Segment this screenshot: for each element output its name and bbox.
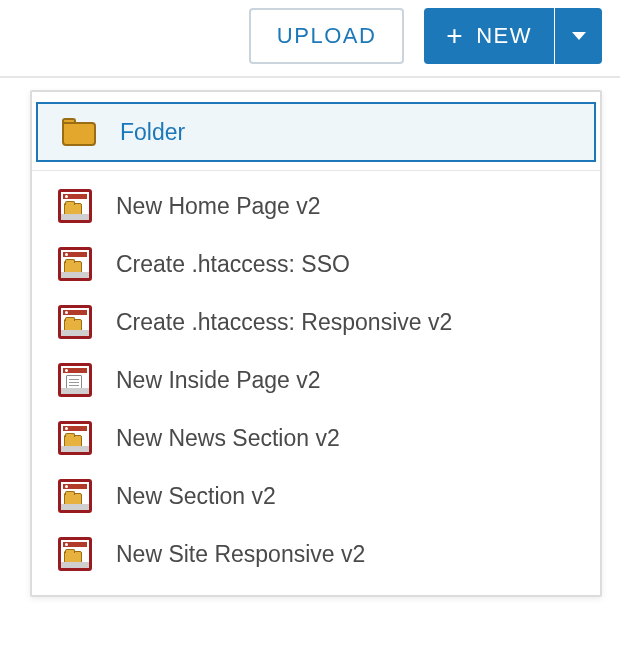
menu-item[interactable]: Create .htaccess: Responsive v2 [32, 293, 600, 351]
menu-separator [32, 170, 600, 171]
menu-item[interactable]: Create .htaccess: SSO [32, 235, 600, 293]
new-dropdown-menu: Folder New Home Page v2 Create .htaccess… [30, 90, 602, 597]
folder-icon [62, 118, 96, 146]
template-folder-icon [58, 421, 92, 455]
menu-item[interactable]: New Inside Page v2 [32, 351, 600, 409]
toolbar: UPLOAD + NEW [0, 0, 620, 78]
menu-item-label: New Inside Page v2 [116, 367, 321, 394]
menu-item-label: New Site Responsive v2 [116, 541, 365, 568]
menu-item-label: New News Section v2 [116, 425, 340, 452]
template-folder-icon [58, 537, 92, 571]
menu-item[interactable]: New Site Responsive v2 [32, 525, 600, 583]
new-dropdown-toggle[interactable] [554, 8, 602, 64]
upload-label: UPLOAD [277, 23, 376, 49]
chevron-down-icon [572, 32, 586, 40]
upload-button[interactable]: UPLOAD [249, 8, 404, 64]
template-folder-icon [58, 189, 92, 223]
new-label: NEW [476, 23, 532, 49]
template-folder-icon [58, 305, 92, 339]
template-page-icon [58, 363, 92, 397]
menu-item-label: Folder [120, 119, 185, 146]
menu-item-label: Create .htaccess: Responsive v2 [116, 309, 452, 336]
menu-item[interactable]: New News Section v2 [32, 409, 600, 467]
template-folder-icon [58, 247, 92, 281]
menu-item-label: Create .htaccess: SSO [116, 251, 350, 278]
new-button[interactable]: + NEW [424, 8, 554, 64]
menu-item-label: New Section v2 [116, 483, 276, 510]
menu-item[interactable]: New Section v2 [32, 467, 600, 525]
menu-item[interactable]: New Home Page v2 [32, 177, 600, 235]
menu-item-folder[interactable]: Folder [36, 102, 596, 162]
plus-icon: + [446, 22, 464, 50]
new-button-group: + NEW [424, 8, 602, 64]
menu-item-label: New Home Page v2 [116, 193, 321, 220]
template-folder-icon [58, 479, 92, 513]
